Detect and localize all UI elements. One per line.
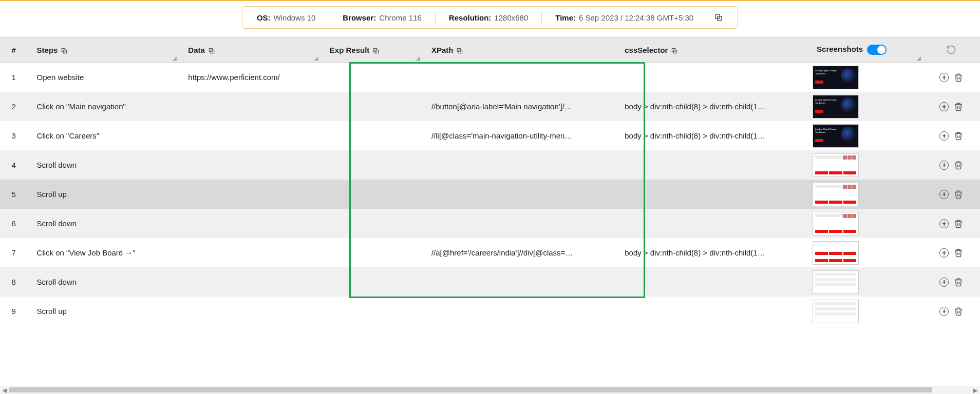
exp-result-cell[interactable]: [321, 121, 422, 150]
xpath-cell[interactable]: [422, 180, 615, 209]
delete-step-button[interactable]: [952, 101, 965, 113]
add-step-button[interactable]: [938, 247, 950, 259]
step-cell[interactable]: Click on "Careers": [28, 121, 179, 150]
data-cell[interactable]: [179, 121, 320, 150]
xpath-cell[interactable]: //button[@aria-label='Main navigation']/…: [422, 92, 615, 121]
data-cell[interactable]: [179, 150, 320, 180]
step-cell[interactable]: Click on "Main navigation": [28, 92, 179, 121]
resize-handle-icon[interactable]: ◢: [173, 55, 177, 61]
exp-result-cell[interactable]: [321, 267, 422, 297]
css-selector-cell[interactable]: [615, 209, 807, 238]
css-selector-cell[interactable]: [615, 180, 807, 209]
add-step-button[interactable]: [938, 276, 950, 288]
resize-handle-icon[interactable]: ◢: [314, 55, 318, 61]
step-cell[interactable]: Scroll down: [28, 267, 179, 297]
table-row[interactable]: 7Click on "View Job Board →"//a[@href='/…: [0, 238, 980, 267]
col-css-selector[interactable]: cssSelector: [615, 37, 807, 63]
step-cell[interactable]: Scroll up: [28, 297, 179, 326]
css-selector-cell[interactable]: [615, 150, 807, 180]
scroll-left-arrow-icon[interactable]: ◄: [0, 386, 9, 394]
copy-icon[interactable]: [61, 47, 68, 54]
add-step-button[interactable]: [938, 218, 950, 230]
css-selector-cell[interactable]: [615, 267, 807, 297]
undo-icon[interactable]: [946, 45, 956, 55]
col-data[interactable]: Data◢: [179, 37, 320, 63]
copy-icon[interactable]: [208, 47, 215, 54]
screenshot-thumbnail[interactable]: [813, 270, 859, 294]
step-cell[interactable]: Scroll up: [28, 180, 179, 209]
screenshot-thumbnail[interactable]: [813, 300, 859, 323]
copy-icon[interactable]: [372, 47, 380, 54]
screenshot-thumbnail[interactable]: [813, 212, 859, 235]
delete-step-button[interactable]: [952, 159, 965, 171]
css-selector-cell[interactable]: body > div:nth-child(8) > div:nth-child(…: [615, 92, 807, 121]
step-cell[interactable]: Click on "View Job Board →": [28, 238, 179, 267]
delete-step-button[interactable]: [952, 188, 965, 201]
add-step-button[interactable]: [938, 101, 950, 113]
resize-handle-icon[interactable]: ◢: [416, 55, 420, 61]
step-cell[interactable]: Scroll down: [28, 209, 179, 238]
exp-result-cell[interactable]: [321, 238, 422, 267]
exp-result-cell[interactable]: [321, 297, 422, 326]
col-exp-result[interactable]: Exp Result◢: [321, 37, 422, 63]
table-row[interactable]: 8Scroll down: [0, 267, 980, 297]
add-step-button[interactable]: [938, 130, 950, 142]
xpath-cell[interactable]: [422, 63, 615, 92]
add-step-button[interactable]: [938, 159, 950, 171]
xpath-cell[interactable]: //a[@href='/careers/india']//div[@class=…: [422, 238, 615, 267]
copy-icon[interactable]: [456, 47, 463, 54]
screenshots-toggle[interactable]: [867, 45, 887, 55]
data-cell[interactable]: [179, 92, 320, 121]
horizontal-scrollbar[interactable]: ◄ ►: [0, 386, 980, 394]
css-selector-cell[interactable]: [615, 63, 807, 92]
screenshot-thumbnail[interactable]: Leading Digital ChangeTop Brands: [813, 95, 859, 119]
screenshot-thumbnail[interactable]: [813, 183, 859, 206]
delete-step-button[interactable]: [952, 305, 965, 318]
step-cell[interactable]: Scroll down: [28, 150, 179, 180]
data-cell[interactable]: [179, 209, 320, 238]
css-selector-cell[interactable]: body > div:nth-child(8) > div:nth-child(…: [615, 121, 807, 150]
data-cell[interactable]: [179, 238, 320, 267]
table-row[interactable]: 3Click on "Careers"//li[@class='main-nav…: [0, 121, 980, 150]
data-cell[interactable]: https://www.perficient.com/: [179, 63, 320, 92]
data-cell[interactable]: [179, 267, 320, 297]
delete-step-button[interactable]: [952, 276, 965, 288]
exp-result-cell[interactable]: [321, 63, 422, 92]
add-step-button[interactable]: [938, 305, 950, 318]
xpath-cell[interactable]: [422, 150, 615, 180]
table-row[interactable]: 4Scroll down: [0, 150, 980, 180]
css-selector-cell[interactable]: [615, 297, 807, 326]
delete-step-button[interactable]: [952, 247, 965, 259]
delete-step-button[interactable]: [952, 130, 965, 142]
screenshot-thumbnail[interactable]: [813, 241, 859, 265]
css-selector-cell[interactable]: body > div:nth-child(8) > div:nth-child(…: [615, 238, 807, 267]
data-cell[interactable]: [179, 297, 320, 326]
resize-handle-icon[interactable]: ◢: [917, 55, 921, 61]
screenshot-thumbnail[interactable]: Leading Digital ChangeTop Brands: [813, 66, 859, 89]
delete-step-button[interactable]: [952, 71, 965, 84]
col-screenshots[interactable]: Screenshots◢: [807, 37, 923, 63]
xpath-cell[interactable]: [422, 297, 615, 326]
exp-result-cell[interactable]: [321, 180, 422, 209]
copy-info-icon[interactable]: [714, 13, 723, 22]
table-row[interactable]: 2Click on "Main navigation"//button[@ari…: [0, 92, 980, 121]
xpath-cell[interactable]: //li[@class='main-navigation-utility-men…: [422, 121, 615, 150]
exp-result-cell[interactable]: [321, 92, 422, 121]
delete-step-button[interactable]: [952, 218, 965, 230]
add-step-button[interactable]: [938, 188, 950, 201]
scroll-right-arrow-icon[interactable]: ►: [971, 386, 980, 394]
step-cell[interactable]: Open website: [28, 63, 179, 92]
exp-result-cell[interactable]: [321, 150, 422, 180]
screenshot-thumbnail[interactable]: Leading Digital ChangeTop Brands: [813, 124, 859, 148]
scrollbar-thumb[interactable]: [9, 387, 932, 392]
copy-icon[interactable]: [671, 47, 678, 54]
xpath-cell[interactable]: [422, 209, 615, 238]
exp-result-cell[interactable]: [321, 209, 422, 238]
table-row[interactable]: 6Scroll down: [0, 209, 980, 238]
data-cell[interactable]: [179, 180, 320, 209]
xpath-cell[interactable]: [422, 267, 615, 297]
table-row[interactable]: 9Scroll up: [0, 297, 980, 326]
screenshot-thumbnail[interactable]: [813, 153, 859, 177]
add-step-button[interactable]: [938, 71, 950, 84]
table-row[interactable]: 1Open websitehttps://www.perficient.com/…: [0, 63, 980, 92]
